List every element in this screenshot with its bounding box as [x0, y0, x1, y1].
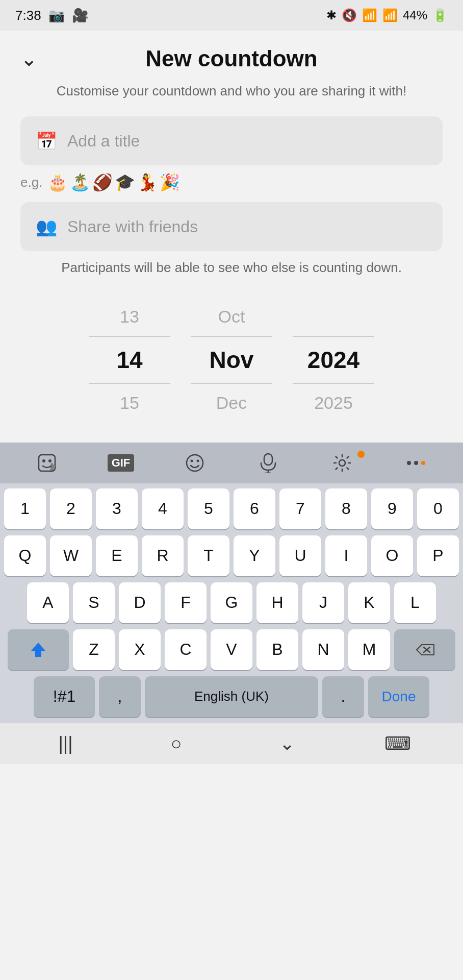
back-button[interactable]: ⌄ [20, 47, 38, 70]
gif-label: GIF [108, 454, 135, 472]
key-p[interactable]: P [417, 535, 459, 576]
key-1[interactable]: 1 [4, 488, 46, 529]
share-input-field[interactable]: 👥 [20, 202, 443, 251]
key-w[interactable]: W [50, 535, 92, 576]
gif-button[interactable]: GIF [100, 454, 141, 472]
year-next[interactable]: 2025 [282, 384, 384, 422]
emoji-list: 🎂🏝️🏈🎓💃🎉 [47, 173, 182, 192]
status-bar-left: 7:38 📷 🎥 [15, 8, 88, 23]
key-g[interactable]: G [211, 582, 252, 623]
day-selected[interactable]: 14 [79, 337, 181, 383]
key-f[interactable]: F [165, 582, 207, 623]
battery-icon: 🔋 [432, 8, 448, 22]
key-u[interactable]: U [279, 535, 321, 576]
status-bar: 7:38 📷 🎥 ✱ 🔇 📶 📶 44% 🔋 [0, 0, 463, 31]
signal-icon: 📶 [382, 8, 398, 22]
day-column[interactable]: 13 14 15 [79, 298, 181, 422]
keyboard-nav-button[interactable]: ⌨ [377, 733, 418, 754]
day-next[interactable]: 15 [79, 384, 181, 422]
year-selected[interactable]: 2024 [282, 337, 384, 383]
svg-point-10 [407, 461, 411, 465]
key-6[interactable]: 6 [234, 488, 275, 529]
key-e[interactable]: E [96, 535, 138, 576]
share-input[interactable] [67, 217, 427, 236]
period-key[interactable]: . [322, 676, 364, 717]
symbols-key[interactable]: !#1 [34, 676, 95, 717]
mute-icon: 🔇 [342, 8, 357, 22]
settings-button[interactable] [322, 453, 363, 473]
wifi-icon: 📶 [362, 8, 377, 22]
key-t[interactable]: T [188, 535, 229, 576]
key-5[interactable]: 5 [188, 488, 229, 529]
symbols-label: !#1 [53, 687, 75, 706]
key-n[interactable]: N [302, 629, 344, 670]
key-4[interactable]: 4 [142, 488, 184, 529]
backspace-key[interactable] [394, 629, 455, 670]
key-i[interactable]: I [325, 535, 367, 576]
key-r[interactable]: R [142, 535, 184, 576]
svg-rect-6 [264, 454, 272, 465]
svg-marker-13 [31, 643, 45, 657]
month-next[interactable]: Dec [181, 384, 282, 422]
key-k[interactable]: K [348, 582, 390, 623]
year-column[interactable]: 2024 2025 [282, 317, 384, 422]
home-nav-button[interactable]: ○ [156, 733, 197, 754]
key-j[interactable]: J [302, 582, 344, 623]
key-v[interactable]: V [211, 629, 252, 670]
key-z[interactable]: Z [73, 629, 115, 670]
done-key[interactable]: Done [368, 676, 429, 717]
qwerty-row: Q W E R T Y U I O P [4, 535, 459, 576]
calendar-icon: 📅 [36, 131, 57, 151]
key-s[interactable]: S [73, 582, 115, 623]
mic-button[interactable] [248, 453, 289, 473]
svg-point-5 [196, 459, 199, 462]
key-o[interactable]: O [371, 535, 413, 576]
notification-dot [357, 451, 365, 458]
shift-key[interactable] [8, 629, 69, 670]
sticker-button[interactable] [27, 453, 67, 473]
key-d[interactable]: D [119, 582, 161, 623]
key-x[interactable]: X [119, 629, 161, 670]
back-nav-button[interactable]: ||| [45, 733, 86, 754]
key-8[interactable]: 8 [325, 488, 367, 529]
key-3[interactable]: 3 [96, 488, 138, 529]
comma-key[interactable]: , [99, 676, 141, 717]
keyboard-toolbar: GIF [0, 443, 463, 483]
title-input-field[interactable]: 📅 [20, 116, 443, 165]
bottom-nav: ||| ○ ⌄ ⌨ [0, 723, 463, 764]
key-2[interactable]: 2 [50, 488, 92, 529]
month-selected[interactable]: Nov [181, 337, 282, 383]
bottom-row: !#1 , English (UK) . Done [4, 676, 459, 717]
svg-point-3 [187, 455, 203, 471]
key-c[interactable]: C [165, 629, 207, 670]
key-9[interactable]: 9 [371, 488, 413, 529]
svg-point-1 [42, 459, 45, 462]
recents-nav-button[interactable]: ⌄ [267, 733, 307, 754]
date-picker[interactable]: 13 14 15 Oct Nov Dec 2024 2025 [20, 298, 443, 422]
more-button[interactable] [396, 460, 436, 466]
done-label: Done [382, 689, 416, 705]
key-7[interactable]: 7 [279, 488, 321, 529]
key-h[interactable]: H [256, 582, 298, 623]
space-key[interactable]: English (UK) [145, 676, 318, 717]
key-m[interactable]: M [348, 629, 390, 670]
day-prev[interactable]: 13 [79, 298, 181, 336]
svg-point-2 [48, 459, 52, 462]
key-q[interactable]: Q [4, 535, 46, 576]
status-bar-right: ✱ 🔇 📶 📶 44% 🔋 [326, 8, 448, 22]
month-prev[interactable]: Oct [181, 298, 282, 336]
key-y[interactable]: Y [234, 535, 275, 576]
svg-point-11 [414, 461, 418, 465]
svg-point-12 [421, 461, 425, 465]
key-l[interactable]: L [394, 582, 436, 623]
page-title: New countdown [145, 46, 317, 71]
battery-text: 44% [403, 8, 427, 22]
title-input[interactable] [67, 132, 427, 151]
key-b[interactable]: B [256, 629, 298, 670]
instagram-icon: 📷 [48, 8, 65, 23]
emoji-button[interactable] [174, 453, 215, 473]
month-column[interactable]: Oct Nov Dec [181, 298, 282, 422]
zxcv-row: Z X C V B N M [4, 629, 459, 670]
key-a[interactable]: A [27, 582, 69, 623]
key-0[interactable]: 0 [417, 488, 459, 529]
